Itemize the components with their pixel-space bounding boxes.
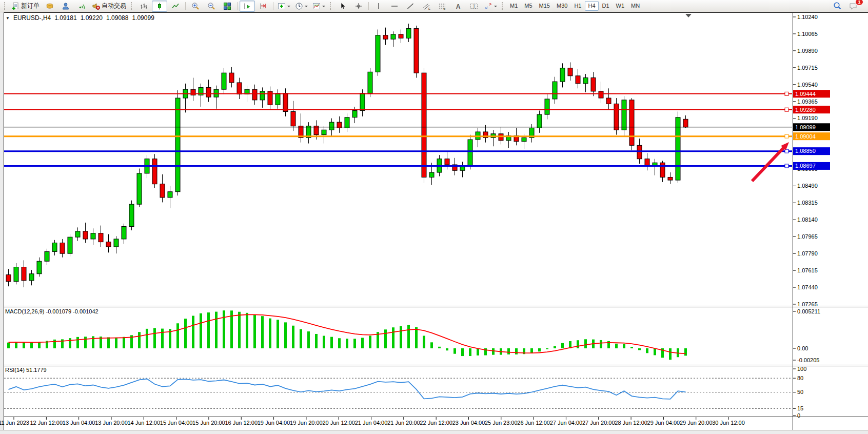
crosshair-tool-button[interactable] [351,1,366,12]
candle-body [545,99,549,114]
trendline-tool-button[interactable] [403,1,418,12]
timeframe-button-h4[interactable]: H4 [585,1,598,11]
candle-body [368,72,372,93]
candlestick-icon [155,2,164,10]
text-label-tool-button[interactable]: T [466,1,482,12]
macd-histogram-bar [477,348,479,356]
search-button[interactable] [830,1,845,12]
macd-histogram-bar [277,320,279,348]
candle-body [106,242,111,247]
auto-scroll-button[interactable] [240,1,255,12]
timeframe-button-m15[interactable]: M15 [536,1,553,11]
arrows-icon [484,2,492,10]
market-watch-button[interactable] [42,1,57,12]
time-axis[interactable] [4,418,793,431]
toolbar-grip[interactable] [502,2,504,10]
macd-histogram-bar [453,348,456,354]
candle-body [283,93,288,112]
timeframe-button-m1[interactable]: M1 [507,1,521,11]
macd-histogram-bar [584,339,587,348]
candle-body [129,204,134,226]
candle-body [168,192,172,198]
macd-histogram-bar [23,343,25,348]
candle-body [122,226,126,239]
candle-body [291,111,295,126]
arrows-tool-button[interactable] [482,1,499,12]
macd-histogram-bar [430,342,433,348]
notifications-button[interactable]: 1 [845,1,861,12]
macd-histogram-bar [492,348,495,355]
price-axis[interactable] [793,12,868,418]
macd-histogram-bar [238,312,241,348]
zoom-in-button[interactable] [188,1,203,12]
macd-histogram-bar [546,348,548,349]
macd-histogram-bar [138,332,141,348]
hline-handle[interactable] [785,134,788,138]
macd-histogram-bar [438,347,441,348]
horizontal-line-tool-button[interactable] [387,1,402,12]
macd-histogram-bar [384,329,387,348]
timeframe-button-h1[interactable]: H1 [571,1,584,11]
macd-histogram-bar [7,343,10,348]
vertical-line-tool-button[interactable] [371,1,386,12]
hline-handle[interactable] [785,92,788,95]
macd-histogram-bar [215,312,218,348]
macd-histogram-bar [507,348,510,354]
signal-icon [77,2,86,10]
candle-body [522,137,526,142]
channel-tool-button[interactable]: E [419,1,434,12]
toolbar-grip[interactable] [131,2,133,10]
toolbar-grip[interactable] [4,2,7,10]
chart-canvas[interactable]: 1.102401.100651.098901.097151.095401.093… [0,0,868,434]
candle-body [668,177,673,180]
tile-windows-icon [223,2,231,10]
timeframe-button-m30[interactable]: M30 [554,1,570,11]
timeframe-button-d1[interactable]: D1 [599,1,613,11]
bar-chart-mode-button[interactable] [136,1,151,12]
candle-body [537,114,542,128]
macd-histogram-bar [176,323,179,348]
macd-histogram-bar [30,343,33,348]
macd-histogram-bar [684,348,687,356]
cursor-tool-button[interactable] [335,1,350,12]
bar-chart-icon [140,2,148,10]
profile-icon [62,2,70,10]
tile-windows-button[interactable] [220,1,235,12]
toolbar-grip[interactable] [330,2,332,10]
new-order-button[interactable]: 新订单 [9,1,42,12]
timeframe-button-m5[interactable]: M5 [521,1,535,11]
signal-button[interactable] [74,1,89,12]
rsi-panel-splitter[interactable] [4,363,793,367]
autotrading-button[interactable]: 自动交易 [90,1,128,12]
line-chart-mode-button[interactable] [168,1,183,12]
candle-body [560,68,565,82]
indicators-button[interactable] [275,1,292,12]
candle-body [275,93,280,105]
horizontal-line-icon [390,2,399,10]
hline-handle[interactable] [785,164,788,168]
timeframe-button-w1[interactable]: W1 [613,1,628,11]
symbol-dropdown-icon[interactable]: ▼ [6,16,10,21]
candle-body [360,93,365,111]
text-icon: A [454,2,462,10]
candle-body [14,267,18,282]
profile-button[interactable] [58,1,73,12]
zoom-out-button[interactable] [204,1,219,12]
chart-shift-button[interactable] [255,1,271,12]
text-tool-button[interactable]: A [450,1,466,12]
templates-button[interactable] [310,1,327,12]
macd-histogram-bar [161,329,164,348]
chart-close-value: 1.09099 [132,14,154,22]
candle-body [614,104,619,130]
macd-panel-splitter[interactable] [4,304,793,308]
hline-handle[interactable] [785,108,788,111]
macd-histogram-bar [638,348,641,350]
periods-button[interactable] [293,1,310,12]
macd-histogram-bar [623,344,625,348]
candle-body [429,172,434,177]
candle-body [345,117,349,128]
timeframe-button-mn[interactable]: MN [628,1,643,11]
macd-histogram-bar [330,337,333,348]
fibonacci-tool-button[interactable]: F [435,1,450,12]
candlestick-mode-button[interactable] [152,1,167,12]
